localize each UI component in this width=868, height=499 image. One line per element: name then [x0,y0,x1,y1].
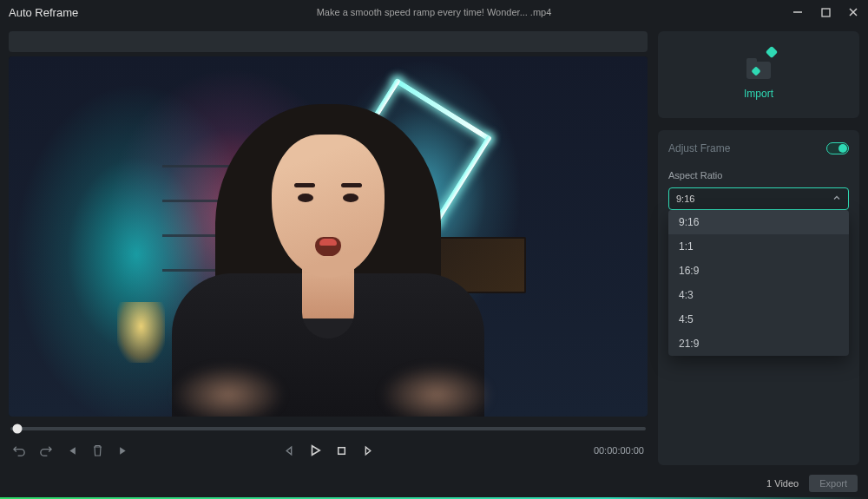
aspect-ratio-option[interactable]: 21:9 [668,332,849,356]
adjust-frame-panel: Adjust Frame Aspect Ratio 9:16 9:16 1:1 … [658,130,859,465]
next-frame-icon[interactable] [360,443,374,457]
aspect-ratio-option[interactable]: 9:16 [668,210,849,234]
window-controls [792,6,859,18]
skip-start-icon[interactable] [64,443,78,457]
aspect-ratio-menu: 9:16 1:1 16:9 4:3 4:5 21:9 [668,210,849,356]
aspect-ratio-label: Aspect Ratio [668,170,849,181]
timeline-scrubber[interactable] [10,422,646,436]
titlebar: Auto Reframe Make a smooth speed ramp ev… [0,0,868,24]
prev-frame-icon[interactable] [282,443,296,457]
redo-icon[interactable] [38,443,52,457]
aspect-ratio-option[interactable]: 16:9 [668,259,849,283]
play-icon[interactable] [308,443,322,457]
video-count-label: 1 Video [766,478,799,489]
aspect-ratio-dropdown[interactable]: 9:16 [668,187,849,210]
playback-controls: 00:00:00:00 [9,436,648,465]
filename-label: Make a smooth speed ramp every time! Won… [317,7,552,17]
preview-header-bar [9,31,648,52]
video-preview[interactable] [9,56,648,417]
maximize-icon[interactable] [819,6,832,18]
video-frame [9,56,648,417]
settings-column: Import Adjust Frame Aspect Ratio 9:16 9:… [658,31,859,465]
main-area: 00:00:00:00 Import Adjust Frame Aspect R… [0,24,868,469]
timecode-label: 00:00:00:00 [594,445,644,456]
footer: 1 Video Export [0,469,868,497]
timeline-playhead[interactable] [13,424,23,434]
stop-icon[interactable] [334,443,348,457]
minimize-icon[interactable] [792,6,804,18]
app-title: Auto Reframe [9,6,78,19]
skip-end-icon[interactable] [116,443,130,457]
timeline-track[interactable] [10,427,646,430]
trash-icon[interactable] [90,443,104,457]
svg-rect-4 [338,447,345,454]
svg-rect-1 [822,9,830,16]
aspect-ratio-option[interactable]: 4:3 [668,283,849,307]
aspect-ratio-option[interactable]: 4:5 [668,307,849,332]
import-label: Import [744,88,773,100]
import-panel[interactable]: Import [658,31,859,118]
aspect-ratio-option[interactable]: 1:1 [668,234,849,259]
export-button[interactable]: Export [809,475,858,492]
chevron-up-icon [832,194,841,204]
undo-icon[interactable] [12,443,26,457]
close-icon[interactable] [847,6,859,18]
import-icon [743,49,774,81]
aspect-ratio-value: 9:16 [676,194,694,204]
preview-column: 00:00:00:00 [9,31,648,465]
adjust-frame-title: Adjust Frame [668,142,730,154]
adjust-frame-toggle[interactable] [826,142,849,154]
